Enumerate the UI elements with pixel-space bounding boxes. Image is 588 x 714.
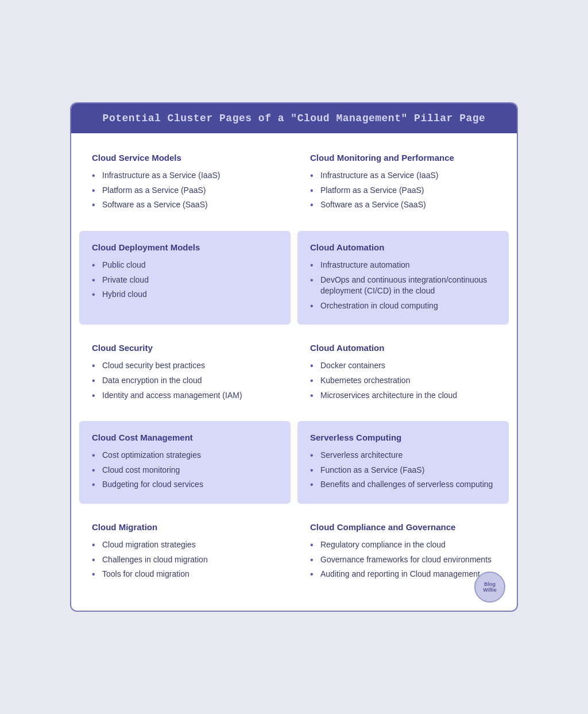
logo: BlogWillie xyxy=(474,572,505,603)
grid-container: Cloud Service ModelsInfrastructure as a … xyxy=(71,133,517,601)
list-item: Cost optimization strategies xyxy=(92,448,278,463)
grid-cell-cloud-automation-2: Cloud AutomationDocker containersKuberne… xyxy=(297,331,509,414)
list-item: Orchestration in cloud computing xyxy=(310,299,496,314)
grid-cell-serverless-computing: Serverless ComputingServerless architect… xyxy=(297,421,509,504)
cell-list-cloud-automation-2: Docker containersKubernetes orchestratio… xyxy=(310,358,496,403)
list-item: Challenges in cloud migration xyxy=(92,553,278,568)
cell-title-serverless-computing: Serverless Computing xyxy=(310,433,496,442)
list-item: Software as a Service (SaaS) xyxy=(92,198,278,213)
logo-text: BlogWillie xyxy=(483,581,496,593)
header: Potential Cluster Pages of a "Cloud Mana… xyxy=(71,103,517,133)
cell-title-cloud-automation-2: Cloud Automation xyxy=(310,343,496,353)
list-item: Hybrid cloud xyxy=(92,287,278,302)
list-item: Governance frameworks for cloud environm… xyxy=(310,553,496,568)
cell-list-cloud-monitoring-performance: Infrastructure as a Service (IaaS)Platfo… xyxy=(310,168,496,213)
cell-title-cloud-monitoring-performance: Cloud Monitoring and Performance xyxy=(310,153,496,163)
list-item: Data encryption in the cloud xyxy=(92,373,278,388)
list-item: Cloud cost monitoring xyxy=(92,463,278,478)
list-item: Benefits and challenges of serverless co… xyxy=(310,477,496,492)
cell-list-cloud-security: Cloud security best practicesData encryp… xyxy=(92,358,278,403)
grid-cell-cloud-security: Cloud SecurityCloud security best practi… xyxy=(79,331,291,414)
cell-title-cloud-cost-management: Cloud Cost Management xyxy=(92,433,278,442)
grid-cell-cloud-service-models: Cloud Service ModelsInfrastructure as a … xyxy=(79,141,291,224)
cell-list-cloud-migration: Cloud migration strategiesChallenges in … xyxy=(92,538,278,582)
list-item: Infrastructure as a Service (IaaS) xyxy=(92,168,278,183)
cell-list-cloud-service-models: Infrastructure as a Service (IaaS)Platfo… xyxy=(92,168,278,213)
footer-area: BlogWillie xyxy=(71,601,517,611)
list-item: Docker containers xyxy=(310,358,496,373)
list-item: Infrastructure automation xyxy=(310,258,496,273)
list-item: Regulatory compliance in the cloud xyxy=(310,538,496,553)
cell-title-cloud-deployment-models: Cloud Deployment Models xyxy=(92,242,278,252)
list-item: Cloud migration strategies xyxy=(92,538,278,553)
list-item: Identity and access management (IAM) xyxy=(92,388,278,403)
grid-cell-cloud-cost-management: Cloud Cost ManagementCost optimization s… xyxy=(79,421,291,504)
list-item: Budgeting for cloud services xyxy=(92,477,278,492)
cell-list-cloud-cost-management: Cost optimization strategiesCloud cost m… xyxy=(92,448,278,492)
header-title: Potential Cluster Pages of a "Cloud Mana… xyxy=(103,113,486,124)
cell-title-cloud-migration: Cloud Migration xyxy=(92,522,278,532)
list-item: Platform as a Service (PaaS) xyxy=(310,183,496,198)
cell-title-cloud-automation-1: Cloud Automation xyxy=(310,242,496,252)
list-item: Platform as a Service (PaaS) xyxy=(92,183,278,198)
list-item: DevOps and continuous integration/contin… xyxy=(310,273,496,299)
list-item: Private cloud xyxy=(92,273,278,288)
cell-title-cloud-service-models: Cloud Service Models xyxy=(92,153,278,163)
list-item: Software as a Service (SaaS) xyxy=(310,198,496,213)
grid-cell-cloud-monitoring-performance: Cloud Monitoring and PerformanceInfrastr… xyxy=(297,141,509,224)
cell-list-serverless-computing: Serverless architectureFunction as a Ser… xyxy=(310,448,496,492)
list-item: Serverless architecture xyxy=(310,448,496,463)
main-card: Potential Cluster Pages of a "Cloud Mana… xyxy=(70,102,518,612)
list-item: Function as a Service (FaaS) xyxy=(310,463,496,478)
cell-list-cloud-compliance-governance: Regulatory compliance in the cloudGovern… xyxy=(310,538,496,582)
list-item: Microservices architecture in the cloud xyxy=(310,388,496,403)
cell-list-cloud-automation-1: Infrastructure automationDevOps and cont… xyxy=(310,258,496,313)
list-item: Public cloud xyxy=(92,258,278,273)
cell-list-cloud-deployment-models: Public cloudPrivate cloudHybrid cloud xyxy=(92,258,278,302)
grid-cell-cloud-migration: Cloud MigrationCloud migration strategie… xyxy=(79,511,291,593)
list-item: Kubernetes orchestration xyxy=(310,373,496,388)
grid-cell-cloud-deployment-models: Cloud Deployment ModelsPublic cloudPriva… xyxy=(79,231,291,325)
cell-title-cloud-security: Cloud Security xyxy=(92,343,278,353)
list-item: Cloud security best practices xyxy=(92,358,278,373)
list-item: Auditing and reporting in Cloud manageme… xyxy=(310,567,496,582)
list-item: Infrastructure as a Service (IaaS) xyxy=(310,168,496,183)
list-item: Tools for cloud migration xyxy=(92,567,278,582)
cell-title-cloud-compliance-governance: Cloud Compliance and Governance xyxy=(310,522,496,532)
grid-cell-cloud-automation-1: Cloud AutomationInfrastructure automatio… xyxy=(297,231,509,325)
